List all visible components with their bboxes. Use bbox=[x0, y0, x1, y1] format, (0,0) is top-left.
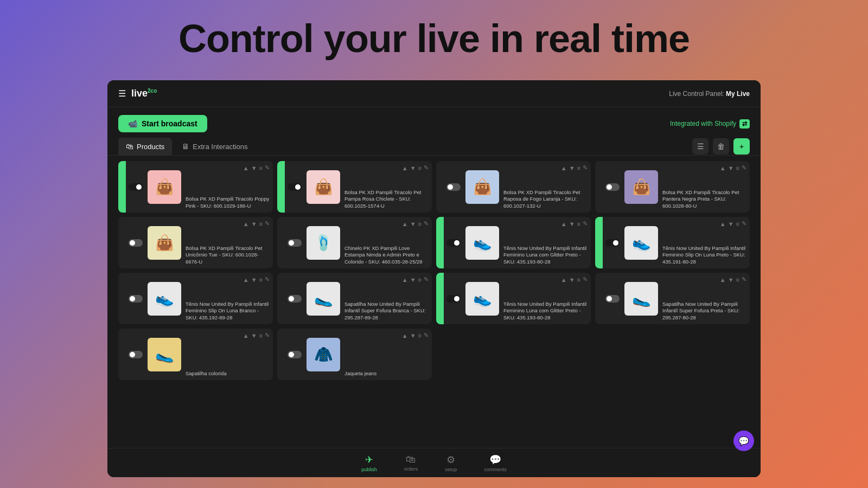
comments-label: comments bbox=[484, 467, 507, 472]
list-icon[interactable]: ≡ bbox=[418, 165, 422, 171]
move-up-icon[interactable]: ▲ bbox=[720, 165, 726, 171]
edit-icon[interactable]: ✎ bbox=[265, 332, 270, 339]
move-down-icon[interactable]: ▼ bbox=[251, 277, 257, 283]
chat-bubble-button[interactable]: 💬 bbox=[733, 431, 754, 451]
list-icon[interactable]: ≡ bbox=[259, 221, 263, 227]
list-icon[interactable]: ≡ bbox=[736, 165, 739, 171]
delete-button[interactable]: 🗑 bbox=[713, 138, 729, 155]
product-toggle[interactable] bbox=[605, 295, 620, 303]
product-toggle[interactable] bbox=[605, 183, 620, 191]
product-toggle[interactable] bbox=[129, 351, 143, 358]
shopify-badge: Integrated with Shopify ⇄ bbox=[670, 119, 750, 129]
move-down-icon[interactable]: ▼ bbox=[569, 165, 575, 171]
nav-item-publish[interactable]: ✈ publish bbox=[361, 454, 377, 472]
tab-products[interactable]: 🛍 Products bbox=[118, 138, 172, 155]
list-icon[interactable]: ≡ bbox=[259, 332, 263, 339]
move-down-icon[interactable]: ▼ bbox=[728, 221, 734, 227]
camera-icon: 📹 bbox=[128, 119, 137, 128]
product-name: Bolsa PK XD Pampili Tiracolo Pet Pantera… bbox=[662, 189, 746, 209]
edit-icon[interactable]: ✎ bbox=[424, 332, 429, 339]
edit-icon[interactable]: ✎ bbox=[265, 276, 270, 283]
move-up-icon[interactable]: ▲ bbox=[561, 221, 567, 227]
product-content: ▲ ▼ ≡ ✎ Jaqueta jeans bbox=[342, 329, 432, 380]
product-toggle[interactable] bbox=[288, 351, 302, 358]
toolbar: 📹 Start broadcast Integrated with Shopif… bbox=[107, 107, 761, 138]
publish-label: publish bbox=[361, 467, 377, 472]
edit-icon[interactable]: ✎ bbox=[265, 164, 270, 171]
edit-icon[interactable]: ✎ bbox=[583, 276, 588, 283]
list-icon[interactable]: ≡ bbox=[577, 165, 580, 171]
list-icon[interactable]: ≡ bbox=[577, 221, 580, 227]
move-up-icon[interactable]: ▲ bbox=[402, 277, 408, 283]
product-toggle[interactable] bbox=[605, 239, 620, 247]
hero-title: Control your live in real time bbox=[0, 16, 868, 61]
product-toggle[interactable] bbox=[129, 239, 143, 247]
product-toggle[interactable] bbox=[288, 183, 302, 191]
nav-item-comments[interactable]: 💬 comments bbox=[484, 454, 507, 472]
list-view-button[interactable]: ☰ bbox=[692, 138, 709, 155]
list-icon[interactable]: ≡ bbox=[418, 221, 422, 227]
nav-item-orders[interactable]: 🛍 orders bbox=[404, 454, 418, 472]
product-toggle-area bbox=[126, 273, 145, 324]
inactive-bar bbox=[277, 217, 285, 268]
move-down-icon[interactable]: ▼ bbox=[410, 221, 416, 227]
move-up-icon[interactable]: ▲ bbox=[243, 165, 249, 171]
list-icon[interactable]: ≡ bbox=[259, 165, 263, 171]
product-toggle-area bbox=[285, 217, 304, 268]
list-icon[interactable]: ≡ bbox=[259, 277, 263, 283]
edit-icon[interactable]: ✎ bbox=[265, 220, 270, 227]
list-icon[interactable]: ≡ bbox=[736, 277, 739, 283]
move-down-icon[interactable]: ▼ bbox=[410, 332, 416, 339]
move-up-icon[interactable]: ▲ bbox=[243, 221, 249, 227]
nav-item-setup[interactable]: ⚙ setup bbox=[445, 454, 457, 472]
list-icon[interactable]: ≡ bbox=[418, 277, 422, 283]
header-left: ☰ live2co bbox=[118, 88, 157, 99]
move-down-icon[interactable]: ▼ bbox=[569, 221, 575, 227]
product-toggle[interactable] bbox=[288, 295, 302, 303]
move-down-icon[interactable]: ▼ bbox=[251, 221, 257, 227]
edit-icon[interactable]: ✎ bbox=[424, 276, 429, 283]
edit-icon[interactable]: ✎ bbox=[583, 164, 588, 171]
edit-icon[interactable]: ✎ bbox=[424, 220, 429, 227]
product-toggle[interactable] bbox=[129, 295, 143, 303]
edit-icon[interactable]: ✎ bbox=[742, 164, 746, 171]
move-up-icon[interactable]: ▲ bbox=[720, 221, 726, 227]
product-actions: ▲ ▼ ≡ ✎ bbox=[186, 164, 270, 171]
list-icon[interactable]: ≡ bbox=[418, 332, 422, 339]
move-down-icon[interactable]: ▼ bbox=[569, 277, 575, 283]
move-up-icon[interactable]: ▲ bbox=[561, 165, 567, 171]
product-card: 🥿 ▲ ▼ ≡ ✎ Sapatilha Now United By Pampil… bbox=[595, 273, 750, 324]
move-up-icon[interactable]: ▲ bbox=[243, 332, 249, 339]
products-tab-label: Products bbox=[137, 143, 164, 151]
move-down-icon[interactable]: ▼ bbox=[728, 165, 734, 171]
move-down-icon[interactable]: ▼ bbox=[728, 277, 734, 283]
move-up-icon[interactable]: ▲ bbox=[720, 277, 726, 283]
product-toggle[interactable] bbox=[446, 239, 461, 247]
start-broadcast-button[interactable]: 📹 Start broadcast bbox=[118, 115, 207, 132]
product-toggle[interactable] bbox=[446, 183, 461, 191]
add-product-button[interactable]: + bbox=[733, 138, 750, 155]
tab-extra-interactions[interactable]: 🖥 Extra Interactions bbox=[174, 138, 255, 155]
move-up-icon[interactable]: ▲ bbox=[402, 332, 408, 339]
product-toggle[interactable] bbox=[446, 295, 461, 303]
hamburger-icon[interactable]: ☰ bbox=[118, 88, 126, 99]
edit-icon[interactable]: ✎ bbox=[742, 220, 746, 227]
move-up-icon[interactable]: ▲ bbox=[243, 277, 249, 283]
edit-icon[interactable]: ✎ bbox=[742, 276, 746, 283]
product-content: ▲ ▼ ≡ ✎ Tênis Now United By Pampili Infa… bbox=[501, 217, 591, 268]
move-down-icon[interactable]: ▼ bbox=[251, 165, 257, 171]
list-icon[interactable]: ≡ bbox=[577, 277, 580, 283]
move-down-icon[interactable]: ▼ bbox=[410, 277, 416, 283]
product-toggle[interactable] bbox=[129, 183, 143, 191]
move-up-icon[interactable]: ▲ bbox=[402, 221, 408, 227]
move-up-icon[interactable]: ▲ bbox=[561, 277, 567, 283]
edit-icon[interactable]: ✎ bbox=[424, 164, 429, 171]
move-up-icon[interactable]: ▲ bbox=[402, 165, 408, 171]
list-icon[interactable]: ≡ bbox=[736, 221, 739, 227]
move-down-icon[interactable]: ▼ bbox=[410, 165, 416, 171]
move-down-icon[interactable]: ▼ bbox=[251, 332, 257, 339]
product-toggle[interactable] bbox=[288, 239, 302, 247]
edit-icon[interactable]: ✎ bbox=[583, 220, 588, 227]
product-card: 👜 ▲ ▼ ≡ ✎ Bolsa PK XD Pampili Tiracolo P… bbox=[118, 161, 273, 213]
product-name: Sapatilha Now United By Pampili Infantil… bbox=[344, 301, 429, 321]
